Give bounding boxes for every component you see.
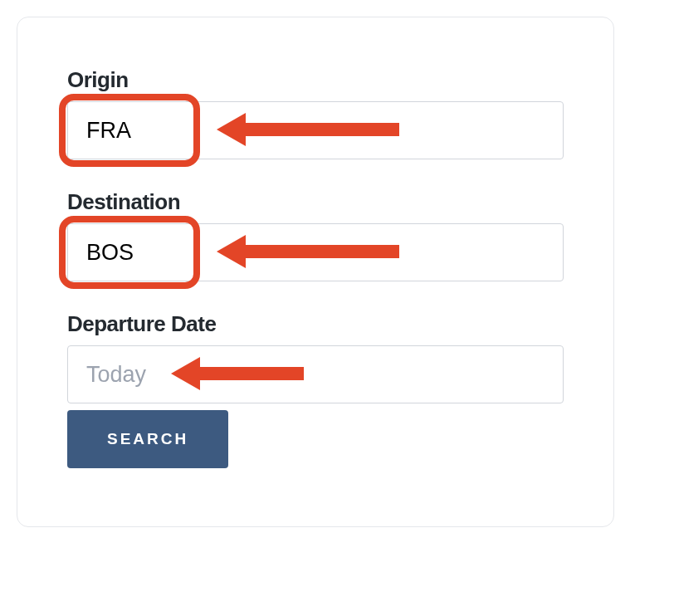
origin-field-group: Origin: [67, 67, 564, 159]
destination-field-group: Destination: [67, 189, 564, 281]
search-button[interactable]: SEARCH: [67, 410, 228, 468]
origin-input[interactable]: [67, 101, 564, 159]
departure-field-group: Departure Date: [67, 311, 564, 403]
destination-input[interactable]: [67, 223, 564, 281]
departure-label: Departure Date: [67, 311, 564, 337]
search-form-card: Origin Destination Departure Date SEARCH: [17, 17, 614, 527]
origin-label: Origin: [67, 67, 564, 93]
departure-input[interactable]: [67, 345, 564, 403]
destination-label: Destination: [67, 189, 564, 215]
